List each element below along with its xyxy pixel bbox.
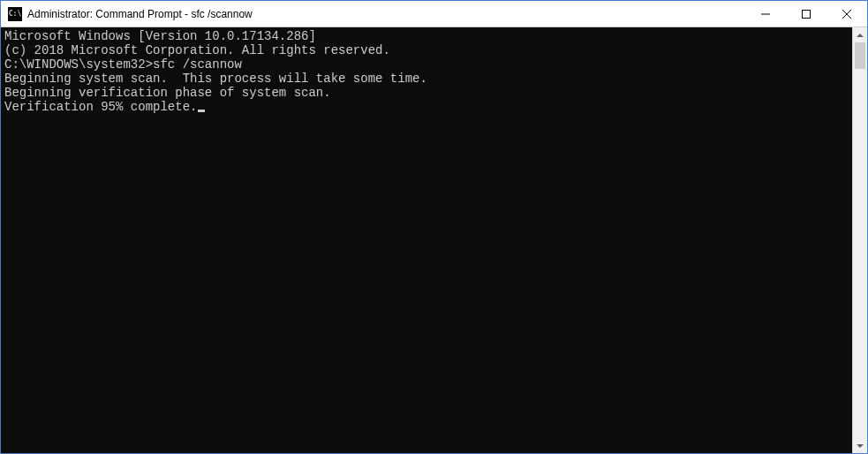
terminal-line: Verification 95% complete. [4, 100, 849, 114]
minimize-button[interactable] [745, 1, 786, 26]
vertical-scrollbar[interactable] [852, 27, 867, 453]
terminal-output[interactable]: Microsoft Windows [Version 10.0.17134.28… [1, 27, 852, 453]
cmd-icon-text: C:\ [9, 11, 21, 18]
close-icon [842, 10, 851, 19]
terminal-line: Beginning verification phase of system s… [4, 86, 849, 100]
chevron-down-icon [857, 444, 864, 448]
scroll-thumb[interactable] [855, 42, 865, 69]
command-prompt-window: C:\ Administrator: Command Prompt - sfc … [0, 0, 868, 454]
cursor [198, 110, 205, 112]
scroll-down-button[interactable] [853, 438, 867, 453]
minimize-icon [761, 10, 770, 19]
terminal-line: Microsoft Windows [Version 10.0.17134.28… [4, 29, 849, 43]
close-button[interactable] [826, 1, 867, 26]
verification-text: Verification 95% complete. [4, 100, 197, 114]
terminal-line: (c) 2018 Microsoft Corporation. All righ… [4, 43, 849, 57]
content-area: Microsoft Windows [Version 10.0.17134.28… [1, 27, 867, 453]
cmd-icon: C:\ [8, 7, 22, 21]
window-title: Administrator: Command Prompt - sfc /sca… [27, 8, 745, 20]
window-controls [745, 1, 867, 26]
chevron-up-icon [857, 34, 864, 37]
maximize-icon [802, 10, 811, 19]
titlebar[interactable]: C:\ Administrator: Command Prompt - sfc … [1, 1, 867, 27]
terminal-prompt-line: C:\WINDOWS\system32>sfc /scannow [4, 57, 849, 72]
svg-rect-1 [803, 10, 811, 18]
scroll-up-button[interactable] [853, 27, 867, 42]
scroll-track[interactable] [853, 42, 867, 438]
terminal-line: Beginning system scan. This process will… [4, 72, 849, 86]
maximize-button[interactable] [786, 1, 826, 26]
